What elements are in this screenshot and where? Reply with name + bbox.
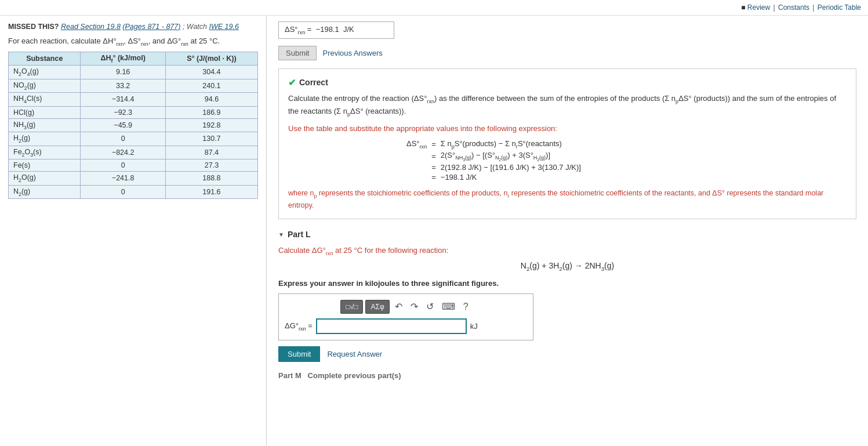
read-section-text: Read Section 19.8 (Pages 871 - 877) ; Wa… [61, 23, 239, 31]
hf-cell: 0 [81, 159, 165, 172]
delta-g-input[interactable] [316, 318, 467, 334]
answer-box-top: ΔS°rxn = −198.1 J/K [278, 21, 856, 39]
submit-prev-row: Submit Previous Answers [278, 46, 856, 60]
s-cell: 191.6 [165, 185, 257, 199]
table-row: NH4Cl(s)−314.494.6 [9, 93, 258, 107]
redo-button[interactable]: ↷ [408, 300, 421, 313]
missed-section: MISSED THIS? Read Section 19.8 (Pages 87… [8, 23, 258, 31]
s-cell: 87.4 [165, 146, 257, 159]
substance-cell: NH4Cl(s) [9, 93, 81, 107]
read-section-link[interactable]: Read Section 19.8 [61, 23, 121, 31]
math-eq4: = [429, 172, 438, 182]
math-lhs3 [404, 162, 429, 172]
previous-answers-link[interactable]: Previous Answers [322, 49, 382, 57]
hf-cell: −45.9 [81, 118, 165, 132]
s-cell: 130.7 [165, 132, 257, 146]
missed-this-label: MISSED THIS? [8, 23, 59, 31]
math-input-area: □√□ ΑΣφ ↶ ↷ ↺ ⌨ ? ΔG°rxn = kJ [278, 293, 533, 340]
constants-link[interactable]: Constants [778, 3, 809, 12]
math-rhs1: Σ npS°(products) − Σ nrS°(reactants) [438, 139, 583, 150]
part-l-section: ▼ Part L Calculate ΔG°rxn at 25 °C for t… [278, 230, 856, 361]
correct-label: Correct [299, 78, 328, 87]
substance-cell: N2(g) [9, 185, 81, 199]
table-row: H2O(g)−241.8188.8 [9, 172, 258, 186]
math-lhs2 [404, 150, 429, 162]
substance-cell: N2O4(g) [9, 66, 81, 79]
hf-cell: 9.16 [81, 66, 165, 79]
reaction-display: N2(g) + 3H2(g) → 2NH3(g) [278, 261, 856, 272]
math-rhs2: 2(S°NH3(g)) − [(S°N2(g)) + 3(S°H2(g))] [438, 150, 583, 162]
table-row: NO2(g)33.2240.1 [9, 79, 258, 93]
delta-g-label: ΔG°rxn = [285, 321, 313, 332]
substance-cell: H2O(g) [9, 172, 81, 186]
substance-cell: H2(g) [9, 132, 81, 146]
math-eq2: = [429, 150, 438, 162]
table-row: N2O4(g)9.16304.4 [9, 66, 258, 79]
periodic-table-link[interactable]: Periodic Table [818, 3, 861, 12]
substance-cell: HCl(g) [9, 106, 81, 118]
table-row: NH3(g)−45.9192.8 [9, 118, 258, 132]
s-cell: 192.8 [165, 118, 257, 132]
hf-cell: −92.3 [81, 106, 165, 118]
check-icon: ✔ [288, 77, 296, 88]
left-panel: MISSED THIS? Read Section 19.8 (Pages 87… [0, 16, 267, 445]
math-lhs4 [404, 172, 429, 182]
submit-button-top[interactable]: Submit [278, 46, 317, 60]
substance-cell: Fe2O3(s) [9, 146, 81, 159]
formula-button[interactable]: □√□ [340, 300, 363, 314]
hf-cell: 33.2 [81, 79, 165, 93]
table-row: HCl(g)−92.3186.9 [9, 106, 258, 118]
help-button[interactable]: ? [460, 300, 471, 313]
math-equations: ΔS°rxn = Σ npS°(products) − Σ nrS°(react… [404, 139, 583, 182]
col-s: S° (J/(mol · K)) [165, 52, 257, 66]
math-lhs: ΔS°rxn [404, 139, 429, 150]
table-row: Fe(s)027.3 [9, 159, 258, 172]
square-icon: ■ [741, 3, 745, 12]
math-eq3: = [429, 162, 438, 172]
keyboard-button[interactable]: ⌨ [439, 300, 458, 313]
undo-button[interactable]: ↶ [392, 300, 405, 313]
table-row: H2(g)0130.7 [9, 132, 258, 146]
substance-cell: NO2(g) [9, 79, 81, 93]
s-cell: 27.3 [165, 159, 257, 172]
hf-cell: −314.4 [81, 93, 165, 107]
answer-display: ΔS°rxn = −198.1 J/K [278, 21, 394, 39]
kj-label: kJ [470, 322, 478, 331]
part-l-label: Part L [288, 230, 311, 239]
right-panel: ΔS°rxn = −198.1 J/K Submit Previous Answ… [267, 16, 868, 445]
substance-cell: NH3(g) [9, 118, 81, 132]
col-substance: Substance [9, 52, 81, 66]
where-text: where np represents the stoichiometric c… [288, 188, 847, 211]
use-table-text: Use the table and substitute the appropr… [288, 124, 847, 133]
part-l-header[interactable]: ▼ Part L [278, 230, 856, 239]
pages-link[interactable]: (Pages 871 - 877) [122, 23, 180, 31]
table-row: Fe2O3(s)−824.287.4 [9, 146, 258, 159]
correct-explanation: Calculate the entropy of the reaction (Δ… [288, 93, 847, 118]
col-hf: ΔHf° (kJ/mol) [81, 52, 165, 66]
reset-button[interactable]: ↺ [423, 300, 437, 313]
hf-cell: −824.2 [81, 146, 165, 159]
intro-text: For each reaction, calculate ΔH°rxn, ΔS°… [8, 37, 258, 47]
hf-cell: 0 [81, 185, 165, 199]
request-answer-link[interactable]: Request Answer [327, 350, 382, 358]
substance-table: Substance ΔHf° (kJ/mol) S° (J/(mol · K))… [8, 52, 258, 200]
correct-block: ✔ Correct Calculate the entropy of the r… [278, 68, 856, 220]
express-text: Express your answer in kilojoules to thr… [278, 279, 856, 288]
submit-button-l[interactable]: Submit [278, 346, 320, 362]
correct-header: ✔ Correct [288, 77, 847, 88]
part-m: Part M Complete previous part(s) [278, 371, 856, 380]
math-rhs4: −198.1 J/K [438, 172, 583, 182]
symbol-button[interactable]: ΑΣφ [365, 300, 389, 314]
math-eq1: = [429, 139, 438, 150]
substance-cell: Fe(s) [9, 159, 81, 172]
hf-cell: −241.8 [81, 172, 165, 186]
s-cell: 304.4 [165, 66, 257, 79]
s-cell: 188.8 [165, 172, 257, 186]
math-rhs3: 2(192.8 J/K) − [(191.6 J/K) + 3(130.7 J/… [438, 162, 583, 172]
iwe-link[interactable]: IWE 19.6 [209, 23, 239, 31]
review-link[interactable]: Review [747, 3, 770, 12]
top-bar: ■ Review | Constants | Periodic Table [0, 0, 868, 16]
part-l-question: Calculate ΔG°rxn at 25 °C for the follow… [278, 246, 856, 256]
part-m-label: Part M [278, 371, 302, 380]
separator2: | [812, 3, 814, 12]
